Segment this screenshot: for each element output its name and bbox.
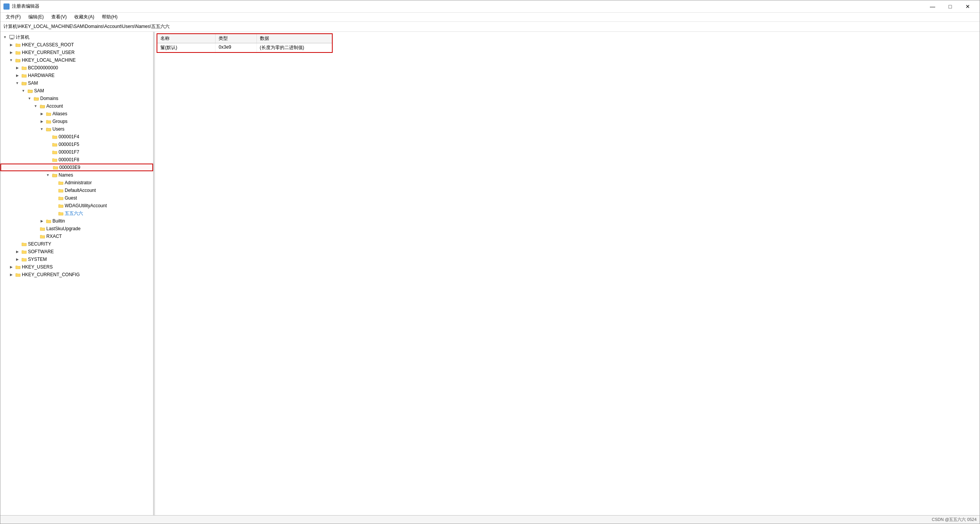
folder-icon: [52, 149, 58, 155]
tree-item-hkey-users[interactable]: ▶ HKEY_USERS: [0, 263, 153, 271]
expand-icon: ▶: [39, 118, 45, 124]
col-header-type: 类型: [216, 34, 256, 43]
tree-item-wuliuliu[interactable]: ▶ 五五六六: [0, 210, 153, 217]
expand-icon: ▶: [14, 256, 20, 262]
menu-help[interactable]: 帮助(H): [98, 13, 121, 21]
tree-item-account[interactable]: ▼ Account: [0, 102, 153, 110]
menu-file[interactable]: 文件(F): [2, 13, 24, 21]
tree-item-guest[interactable]: ▶ Guest: [0, 194, 153, 202]
tree-label: 000001F8: [59, 157, 79, 162]
tree-label: 000001F4: [59, 134, 79, 139]
svg-rect-5: [11, 38, 13, 39]
svg-rect-6: [10, 39, 14, 39]
expand-icon: ▶: [39, 218, 45, 224]
folder-icon: [21, 65, 27, 71]
main-area: ▼ 计算机 ▶ HKEY_CLASSES_ROOT: [0, 32, 980, 515]
tree-label: HKEY_USERS: [22, 264, 53, 270]
tree-item-user-1f4[interactable]: ▶ 000001F4: [0, 133, 153, 141]
cell-name: 鬘(默认): [157, 43, 216, 52]
tree-item-hardware[interactable]: ▶ HARDWARE: [0, 72, 153, 79]
tree-label: Administrator: [65, 180, 92, 185]
tree-root-computer[interactable]: ▼ 计算机: [0, 33, 153, 41]
tree-item-hkey-current-user[interactable]: ▶ HKEY_CURRENT_USER: [0, 49, 153, 56]
folder-icon: [58, 187, 64, 193]
tree-label: HKEY_CLASSES_ROOT: [22, 42, 74, 47]
expand-icon: ▼: [39, 126, 45, 132]
tree-item-sam-sub[interactable]: ▼ SAM: [0, 87, 153, 95]
svg-rect-3: [7, 7, 8, 8]
expand-icon: ▶: [14, 65, 20, 71]
tree-item-wdag[interactable]: ▶ WDAGUtilityAccount: [0, 202, 153, 210]
svg-rect-4: [10, 35, 14, 38]
tree-item-user-1f5[interactable]: ▶ 000001F5: [0, 141, 153, 148]
tree-item-software[interactable]: ▶ SOFTWARE: [0, 248, 153, 255]
tree-item-domains[interactable]: ▼ Domains: [0, 95, 153, 102]
minimize-button[interactable]: —: [924, 0, 941, 13]
cell-data: (长度为零的二进制值): [257, 43, 332, 52]
tree-item-user-1f7[interactable]: ▶ 000001F7: [0, 148, 153, 156]
svg-rect-2: [5, 7, 6, 8]
tree-label: BCD00000000: [28, 65, 58, 70]
table-row[interactable]: 鬘(默认) 0x3e9 (长度为零的二进制值): [157, 43, 332, 52]
window-title: 注册表编辑器: [12, 3, 39, 10]
expand-icon: ▼: [2, 34, 8, 40]
tree-item-user-3e9[interactable]: ▶ 000003E9: [0, 164, 153, 171]
tree-item-bcd[interactable]: ▶ BCD00000000: [0, 64, 153, 72]
folder-icon: [15, 264, 21, 270]
tree-item-hkey-local-machine[interactable]: ▼ HKEY_LOCAL_MACHINE: [0, 56, 153, 64]
tree-item-users[interactable]: ▼ Users: [0, 125, 153, 133]
tree-item-hkey-current-config[interactable]: ▶ HKEY_CURRENT_CONFIG: [0, 271, 153, 278]
folder-icon: [58, 180, 64, 186]
content-panel: 名称 类型 数据 鬘(默认) 0x3e9 (长度为零的二进制值): [155, 32, 980, 515]
tree-item-default-account[interactable]: ▶ DefaultAccount: [0, 187, 153, 194]
expand-icon: ▼: [33, 103, 39, 109]
tree-item-lastsku[interactable]: ▶ LastSkuUpgrade: [0, 225, 153, 233]
folder-icon: [15, 272, 21, 278]
folder-icon: [46, 118, 52, 124]
col-header-data: 数据: [257, 34, 332, 43]
tree-label: Aliases: [52, 111, 67, 116]
tree-item-hkey-classes-root[interactable]: ▶ HKEY_CLASSES_ROOT: [0, 41, 153, 49]
folder-open-icon: [33, 95, 39, 102]
tree-label: SOFTWARE: [28, 249, 54, 254]
tree-panel[interactable]: ▼ 计算机 ▶ HKEY_CLASSES_ROOT: [0, 32, 154, 515]
computer-icon: [9, 34, 15, 40]
folder-open-icon: [52, 172, 58, 178]
tree-label: Builtin: [52, 218, 65, 224]
folder-open-icon: [39, 103, 46, 109]
tree-item-aliases[interactable]: ▶ Aliases: [0, 110, 153, 118]
expand-icon: ▼: [45, 172, 51, 178]
tree-label: Groups: [52, 119, 67, 124]
maximize-button[interactable]: □: [941, 0, 959, 13]
tree-item-names[interactable]: ▼ Names: [0, 171, 153, 179]
expand-icon: ▶: [14, 249, 20, 255]
tree-label: Users: [52, 126, 64, 132]
tree-label: Account: [46, 103, 63, 109]
tree-label: LastSkuUpgrade: [46, 226, 80, 231]
window-controls: — □ ✕: [924, 0, 977, 13]
expand-icon: ▶: [8, 42, 14, 48]
tree-item-rxact[interactable]: ▶ RXACT: [0, 233, 153, 240]
tree-item-builtin[interactable]: ▶ Builtin: [0, 217, 153, 225]
title-bar: 注册表编辑器 — □ ✕: [0, 0, 980, 13]
expand-icon: ▶: [39, 111, 45, 117]
menu-edit[interactable]: 编辑(E): [24, 13, 47, 21]
address-bar: 计算机\HKEY_LOCAL_MACHINE\SAM\Domains\Accou…: [0, 22, 980, 32]
svg-rect-0: [5, 5, 6, 6]
tree-item-system[interactable]: ▶ SYSTEM: [0, 255, 153, 263]
menu-view[interactable]: 查看(V): [47, 13, 70, 21]
tree-label: Domains: [40, 96, 58, 101]
tree-item-administrator[interactable]: ▶ Administrator: [0, 179, 153, 187]
tree-item-user-1f8[interactable]: ▶ 000001F8: [0, 156, 153, 164]
tree-item-sam-root[interactable]: ▼ SAM: [0, 79, 153, 87]
tree-label: SAM: [28, 80, 38, 86]
folder-icon: [39, 233, 46, 239]
folder-icon: [58, 210, 64, 216]
tree-label: 000001F5: [59, 142, 79, 147]
tree-item-groups[interactable]: ▶ Groups: [0, 118, 153, 125]
tree-label: Guest: [65, 195, 77, 201]
app-icon: [3, 3, 10, 10]
menu-favorites[interactable]: 收藏夹(A): [70, 13, 98, 21]
tree-item-security[interactable]: ▶ SECURITY: [0, 240, 153, 248]
close-button[interactable]: ✕: [959, 0, 977, 13]
